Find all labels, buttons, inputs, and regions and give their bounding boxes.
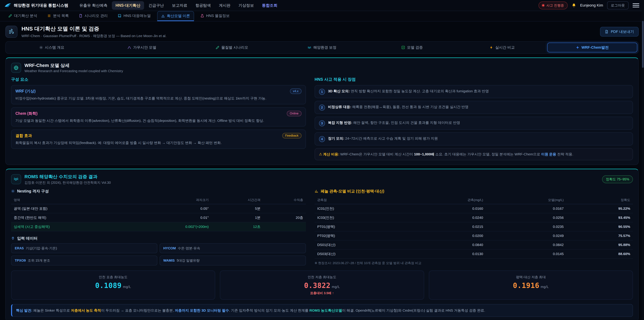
book-icon	[118, 14, 122, 18]
bar-chart-icon	[314, 189, 318, 193]
roms-validation-section: ROMS 해양확산 수치모의 검증 결과 김정호·이문진 외 (2024), 한…	[5, 169, 639, 320]
advantage-item: 3 복잡 지형 반영: 해안 절벽, 항만 구조물, 인접 도시의 건물 효과를…	[314, 117, 633, 130]
nesting-heading: Nesting 격자 구성	[17, 189, 49, 194]
component-card-wrf: WRF (기상) v4.x 비정수압(non-hydrostatic) 중규모 …	[11, 85, 306, 104]
comparison-column: 페놀 관측-모델 비교 (인천·평택·대산) 관측점 관측(mg/L) 모델(m…	[314, 189, 633, 265]
table-row: IC01(인천)0.01600.016795.22%	[314, 204, 633, 213]
advantage-item: 4 장기 모의: 24~72시간 예측으로 사고 수습 계획 및 장기 피해 평…	[314, 132, 633, 145]
input-data-heading: 입력 데이터	[17, 236, 38, 241]
menu-weather[interactable]: 기상정보	[235, 1, 258, 10]
advantage-item: 1 3D 확산 모의: 연직 방향 확산까지 포함한 정밀 농도장 계산. 고층…	[314, 85, 633, 98]
menu-board[interactable]: 게시판	[215, 1, 234, 10]
menu-oil-spill[interactable]: 유출유 확산예측	[76, 1, 111, 10]
input-data-grid: ERA5기상(기압·풍속·기온) HYCOM수온·염분·유속 TPXO9조위 1…	[11, 243, 306, 265]
notification-bell-icon[interactable]	[572, 3, 576, 8]
roms-section-subtitle: 김정호·이문진 외 (2024), 한국해양환경·안전학회지 Vol.30	[24, 180, 111, 185]
plume-icon	[5, 26, 18, 38]
table-row: PT01(평택)0.02150.023590.55%	[314, 222, 633, 231]
table-row: DS03(대산)0.01300.014588.60%	[314, 249, 633, 258]
document-icon	[79, 14, 82, 18]
gear-icon	[39, 46, 43, 49]
flask-icon	[200, 14, 204, 18]
key-finding-note: 핵심 발견: 페놀은 Sinker 특성으로 저층에서 농도 축적이 두드러짐 …	[11, 304, 633, 317]
subnav-analysis-list[interactable]: 분석 목록	[44, 11, 72, 21]
menu-hns-atmospheric[interactable]: HNS·대기확산	[112, 1, 144, 10]
page-title-block: HNS 대기확산 모델 이론 및 검증 WRF-Chem · Gaussian …	[22, 25, 166, 38]
component-card-chem: Chem (화학) Online 기상 모델과 동일한 시간 스텝에서 화학종의…	[11, 107, 306, 127]
stat-card-incheon-surface: 인천 표층 최대농도 0.1089mg/L	[11, 270, 215, 300]
online-badge: Online	[287, 111, 302, 116]
advantage-number: 3	[319, 120, 325, 126]
stat-card-pyeongtaek-daesan-bottom: 평택·대산 저층 최대 0.1916mg/L	[429, 270, 633, 300]
wrf-section-title: WRF-Chem 모델 상세	[24, 62, 123, 69]
bolt-icon	[490, 46, 493, 49]
scrollbar-thumb[interactable]	[642, 21, 644, 68]
hamburger-menu-icon[interactable]	[632, 3, 639, 8]
wrf-chem-section: WRF-Chem 모델 상세 Weather Research and Fore…	[5, 57, 639, 165]
gaussian-curve-icon	[128, 46, 131, 49]
grid-gear-icon	[11, 189, 15, 193]
tab-gaussian-model[interactable]: 가우시안 모델	[97, 43, 187, 52]
advantage-number: 2	[319, 105, 325, 111]
component-desc: 화학물질의 복사 효과가 기상장에 되먹임(feedback). 예: 대량의 …	[16, 140, 302, 145]
tab-substance-scenarios[interactable]: 물질별 시나리오	[187, 43, 277, 52]
input-source-era5: ERA5기상(기압·풍속·기온)	[11, 243, 157, 253]
page-title: HNS 대기확산 모델 이론 및 검증	[22, 25, 166, 33]
tab-realtime-comparison[interactable]: 실시간 비교	[457, 43, 547, 52]
subnav-diffusion-model-theory[interactable]: 확산모델 이론	[157, 11, 194, 21]
feedback-badge: Feedback	[282, 133, 302, 138]
table-row: 중간역 (한반도 해역) 0.01° 1분 20층	[11, 213, 306, 222]
pencil-icon	[8, 14, 12, 18]
concentration-stat-cards: 인천 표층 최대농도 0.1089mg/L 인천 저층 최대농도 0.3822m…	[11, 270, 633, 300]
subnav-atmospheric-analysis[interactable]: 대기확산 분석	[5, 11, 41, 21]
tab-model-validation[interactable]: 모델 검증	[367, 43, 457, 52]
nesting-column: Nesting 격자 구성 영역 격자크기 시간간격 수직층 광역 (일본·대만…	[11, 189, 306, 265]
roms-section-title: ROMS 해양확산 수치모의 검증 결과	[24, 174, 111, 180]
subnav-hns-substance-info[interactable]: HNS 물질정보	[197, 11, 234, 21]
wrf-components-column: 구성 요소 WRF (기상) v4.x 비정수압(non-hydrostatic…	[11, 77, 306, 160]
wave-icon	[308, 46, 311, 49]
menu-reports[interactable]: 보고자료	[168, 1, 191, 10]
table-row: DS01(대산)0.08400.084295.88%	[314, 240, 633, 249]
tab-wrf-chem-advanced[interactable]: WRF-Chem발전	[547, 43, 637, 52]
globe-icon	[11, 63, 21, 73]
component-desc: 비정수압(non-hydrostatic) 중규모 기상 모델. 3차원 바람장…	[16, 96, 302, 101]
logout-button[interactable]: 로그아웃	[607, 1, 628, 10]
subnav-hns-manual[interactable]: HNS 대응매뉴얼	[114, 11, 154, 21]
menu-aerial-search[interactable]: 항공탐색	[192, 1, 214, 10]
wing-logo-icon	[5, 3, 12, 8]
ocean-wave-icon	[11, 174, 21, 184]
content-tabbar: 시스템 개요 가우시안 모델 물질별 시나리오 해양환경 보정 모델 검증 실시…	[5, 41, 639, 54]
tab-marine-correction[interactable]: 해양환경 보정	[277, 43, 367, 52]
table-row: PT02(평택)0.02000.024975.57%	[314, 231, 633, 240]
menu-emergency-rescue[interactable]: 긴급구난	[145, 1, 168, 10]
subnav-scenario-management[interactable]: 시나리오 관리	[75, 11, 111, 21]
main-menu: 유출유 확산예측 HNS·대기확산 긴급구난 보고자료 항공탐색 게시판 기상정…	[76, 1, 538, 10]
page-subtitle: WRF-Chem · Gaussian Plume/Puff · ROMS · …	[22, 34, 166, 38]
advantage-number: 4	[319, 136, 325, 142]
app-title: 해양환경 위기대응 통합시스템	[14, 3, 68, 8]
comparison-heading: 페놀 관측-모델 비교 (인천·평택·대산)	[321, 189, 384, 194]
table-row-highlighted: 상세역 (사고 중심해역) 0.002°(≈200m) 12초	[11, 222, 306, 231]
app-logo[interactable]: 해양환경 위기대응 통합시스템	[5, 3, 68, 8]
version-badge: v4.x	[290, 88, 302, 94]
list-icon	[47, 14, 51, 18]
pdf-export-button[interactable]: PDF 내보내기	[600, 27, 639, 37]
plug-icon	[11, 236, 15, 240]
components-heading: 구성 요소	[11, 77, 306, 82]
input-source-hycom: HYCOM수온·염분·유속	[160, 243, 306, 253]
advantage-item: 2 비정상류 대응: 해륙풍 전환(해풍↔육풍), 돌풍, 전선 통과 등 시변…	[314, 101, 633, 114]
menu-integrated-search[interactable]: 통합조회	[258, 1, 281, 10]
page-header: HNS 대기확산 모델 이론 및 검증 WRF-Chem · Gaussian …	[0, 22, 644, 41]
advantage-number: 1	[319, 89, 325, 95]
incident-status-badge[interactable]: 사고 진행중	[538, 2, 568, 10]
input-source-tpxo9: TPXO9조위 15개 분조	[11, 255, 157, 265]
topnav-right: 사고 진행중 Eunjeong Kim 로그아웃	[538, 1, 639, 10]
component-desc: 기상 모델과 동일한 시간 스텝에서 화학종의 이류(advection), 난…	[16, 118, 302, 123]
wrf-section-subtitle: Weather Research and Forecasting model c…	[24, 69, 123, 73]
tab-system-overview[interactable]: 시스템 개요	[7, 43, 97, 52]
incident-dot-icon	[542, 4, 544, 6]
pdf-file-icon	[605, 30, 608, 34]
obs-model-comparison-table: 관측점 관측(mg/L) 모델(mg/L) 정확도 IC01(인천)0.0160…	[314, 196, 633, 259]
table-row: IC03(인천)0.02400.025693.45%	[314, 213, 633, 222]
